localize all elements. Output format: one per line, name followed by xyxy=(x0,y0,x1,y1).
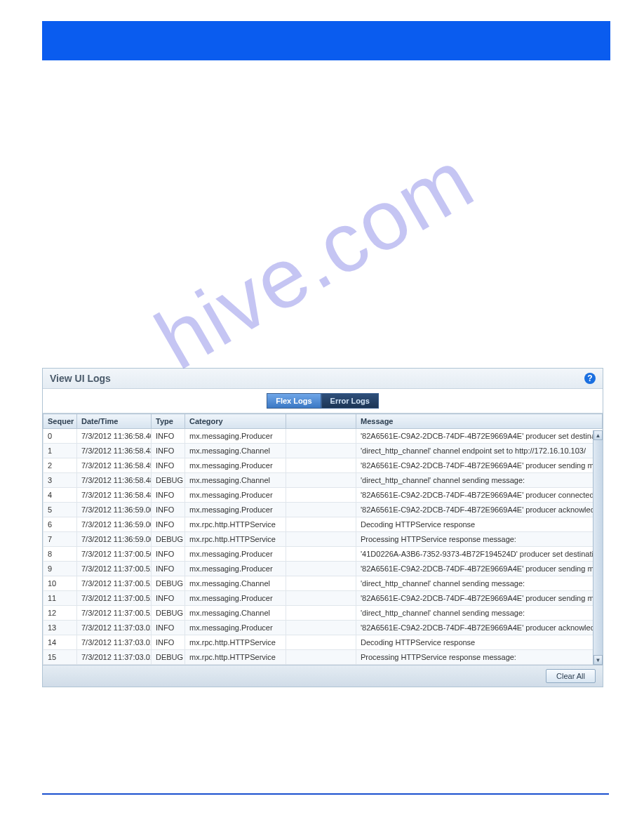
cell-dt: 7/3/2012 11:37:00.51 xyxy=(77,606,152,621)
cell-cat: mx.messaging.Producer xyxy=(185,621,286,635)
cell-msg: Processing HTTPService response message: xyxy=(356,650,603,665)
cell-type: DEBUG xyxy=(152,650,185,665)
panel-title: View UI Logs xyxy=(50,373,111,384)
cell-spacer xyxy=(286,488,356,503)
cell-msg: 'direct_http_channel' channel endpoint s… xyxy=(356,444,603,458)
cell-type: INFO xyxy=(152,621,185,635)
cell-dt: 7/3/2012 11:37:00.51 xyxy=(77,562,152,576)
cell-spacer xyxy=(286,547,356,562)
cell-cat: mx.rpc.http.HTTPService xyxy=(185,517,286,532)
panel-footer: Clear All xyxy=(43,665,603,687)
scroll-up-icon[interactable]: ▲ xyxy=(593,430,603,440)
cell-seq: 0 xyxy=(43,429,77,444)
cell-cat: mx.messaging.Producer xyxy=(185,458,286,473)
watermark-text: hive.com xyxy=(140,130,490,388)
cell-cat: mx.messaging.Channel xyxy=(185,606,286,621)
col-header-category[interactable]: Category xyxy=(185,414,286,429)
cell-spacer xyxy=(286,621,356,635)
table-row[interactable]: 47/3/2012 11:36:58.48INFOmx.messaging.Pr… xyxy=(43,488,603,503)
table-row[interactable]: 87/3/2012 11:37:00.50INFOmx.messaging.Pr… xyxy=(43,547,603,562)
cell-msg: '82A6561E-C9A2-2DCB-74DF-4B72E9669A4E' p… xyxy=(356,503,603,517)
cell-msg: '82A6561E-C9A2-2DCB-74DF-4B72E9669A4E' p… xyxy=(356,591,603,606)
table-row[interactable]: 127/3/2012 11:37:00.51DEBUGmx.messaging.… xyxy=(43,606,603,621)
cell-msg: '82A6561E-C9A2-2DCB-74DF-4B72E9669A4E' p… xyxy=(356,562,603,576)
cell-spacer xyxy=(286,650,356,665)
cell-msg: Processing HTTPService response message: xyxy=(356,532,603,547)
table-row[interactable]: 157/3/2012 11:37:03.01DEBUGmx.rpc.http.H… xyxy=(43,650,603,665)
vertical-scrollbar[interactable]: ▲ ▼ xyxy=(593,430,603,665)
table-row[interactable]: 77/3/2012 11:36:59.00DEBUGmx.rpc.http.HT… xyxy=(43,532,603,547)
cell-spacer xyxy=(286,562,356,576)
cell-cat: mx.messaging.Channel xyxy=(185,444,286,458)
tab-flex-logs[interactable]: Flex Logs xyxy=(267,393,321,409)
cell-type: INFO xyxy=(152,429,185,444)
table-row[interactable]: 107/3/2012 11:37:00.51DEBUGmx.messaging.… xyxy=(43,576,603,591)
cell-dt: 7/3/2012 11:36:59.00 xyxy=(77,532,152,547)
table-row[interactable]: 57/3/2012 11:36:59.00INFOmx.messaging.Pr… xyxy=(43,503,603,517)
cell-cat: mx.messaging.Producer xyxy=(185,429,286,444)
table-row[interactable]: 37/3/2012 11:36:58.48DEBUGmx.messaging.C… xyxy=(43,473,603,488)
cell-type: INFO xyxy=(152,503,185,517)
help-icon[interactable]: ? xyxy=(584,373,596,384)
log-table: Sequer Date/Time Type Category Message 0… xyxy=(43,413,603,665)
cell-dt: 7/3/2012 11:37:00.50 xyxy=(77,547,152,562)
cell-spacer xyxy=(286,517,356,532)
cell-seq: 14 xyxy=(43,635,77,650)
cell-type: DEBUG xyxy=(152,532,185,547)
cell-cat: mx.messaging.Channel xyxy=(185,576,286,591)
panel-header: View UI Logs ? xyxy=(43,369,603,389)
col-header-message[interactable]: Message xyxy=(356,414,603,429)
cell-seq: 3 xyxy=(43,473,77,488)
cell-msg: 'direct_http_channel' channel sending me… xyxy=(356,606,603,621)
cell-seq: 2 xyxy=(43,458,77,473)
table-row[interactable]: 17/3/2012 11:36:58.43INFOmx.messaging.Ch… xyxy=(43,444,603,458)
cell-type: INFO xyxy=(152,444,185,458)
cell-dt: 7/3/2012 11:37:00.51 xyxy=(77,591,152,606)
cell-cat: mx.messaging.Producer xyxy=(185,488,286,503)
cell-dt: 7/3/2012 11:37:03.01 xyxy=(77,650,152,665)
cell-dt: 7/3/2012 11:36:59.00 xyxy=(77,517,152,532)
cell-spacer xyxy=(286,591,356,606)
cell-spacer xyxy=(286,458,356,473)
cell-spacer xyxy=(286,532,356,547)
col-header-datetime[interactable]: Date/Time xyxy=(77,414,152,429)
cell-seq: 11 xyxy=(43,591,77,606)
cell-cat: mx.messaging.Channel xyxy=(185,473,286,488)
cell-spacer xyxy=(286,444,356,458)
cell-seq: 9 xyxy=(43,562,77,576)
table-row[interactable]: 147/3/2012 11:37:03.01INFOmx.rpc.http.HT… xyxy=(43,635,603,650)
table-row[interactable]: 07/3/2012 11:36:58.40INFOmx.messaging.Pr… xyxy=(43,429,603,444)
cell-type: INFO xyxy=(152,562,185,576)
clear-all-button[interactable]: Clear All xyxy=(546,669,596,683)
col-header-type[interactable]: Type xyxy=(152,414,185,429)
cell-spacer xyxy=(286,473,356,488)
table-header-row: Sequer Date/Time Type Category Message xyxy=(43,414,603,429)
cell-msg: 'direct_http_channel' channel sending me… xyxy=(356,473,603,488)
cell-msg: '82A6561E-C9A2-2DCB-74DF-4B72E9669A4E' p… xyxy=(356,458,603,473)
table-row[interactable]: 117/3/2012 11:37:00.51INFOmx.messaging.P… xyxy=(43,591,603,606)
cell-spacer xyxy=(286,606,356,621)
cell-cat: mx.messaging.Producer xyxy=(185,547,286,562)
table-row[interactable]: 137/3/2012 11:37:03.01INFOmx.messaging.P… xyxy=(43,621,603,635)
cell-type: INFO xyxy=(152,547,185,562)
cell-dt: 7/3/2012 11:37:03.01 xyxy=(77,621,152,635)
log-grid-wrap: Sequer Date/Time Type Category Message 0… xyxy=(43,413,603,665)
tab-error-logs[interactable]: Error Logs xyxy=(321,393,379,409)
cell-spacer xyxy=(286,635,356,650)
cell-cat: mx.rpc.http.HTTPService xyxy=(185,532,286,547)
cell-dt: 7/3/2012 11:36:58.48 xyxy=(77,488,152,503)
cell-dt: 7/3/2012 11:36:59.00 xyxy=(77,503,152,517)
cell-seq: 5 xyxy=(43,503,77,517)
scroll-down-icon[interactable]: ▼ xyxy=(593,655,603,665)
view-ui-logs-panel: View UI Logs ? Flex Logs Error Logs Sequ… xyxy=(42,368,603,687)
cell-seq: 15 xyxy=(43,650,77,665)
cell-seq: 8 xyxy=(43,547,77,562)
table-row[interactable]: 97/3/2012 11:37:00.51INFOmx.messaging.Pr… xyxy=(43,562,603,576)
table-row[interactable]: 67/3/2012 11:36:59.00INFOmx.rpc.http.HTT… xyxy=(43,517,603,532)
cell-msg: '41D0226A-A3B6-7352-9373-4B72F194524D' p… xyxy=(356,547,603,562)
col-header-sequence[interactable]: Sequer xyxy=(43,414,77,429)
table-row[interactable]: 27/3/2012 11:36:58.45INFOmx.messaging.Pr… xyxy=(43,458,603,473)
cell-msg: '82A6561E-C9A2-2DCB-74DF-4B72E9669A4E' p… xyxy=(356,488,603,503)
cell-cat: mx.rpc.http.HTTPService xyxy=(185,635,286,650)
cell-cat: mx.messaging.Producer xyxy=(185,562,286,576)
